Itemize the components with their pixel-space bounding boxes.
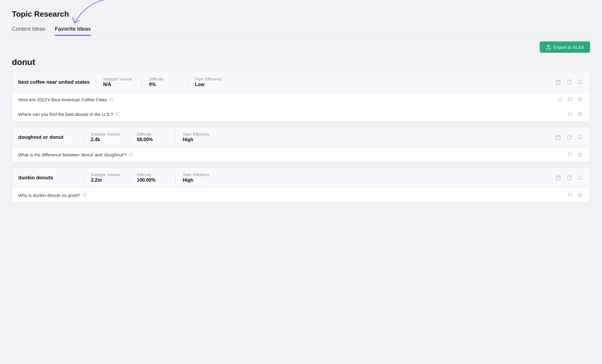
document-icon-3[interactable]	[566, 175, 573, 181]
card-2-row-1-label: What is the difference between 'donut' a…	[18, 152, 126, 157]
document-icon-2[interactable]	[566, 134, 573, 140]
card-2-header: doughnut or donut Subtopic Volume 2.4k D…	[12, 127, 590, 147]
card-1-row-1-text: Here Are 2022's Best American Coffee Cit…	[18, 97, 556, 102]
card-3-row-1-text: Why is dunkin donuts so good?	[18, 193, 567, 198]
delete-icon-3-1[interactable]	[577, 192, 584, 198]
difficulty-value-1: 0%	[149, 82, 181, 87]
card-2-header-icons	[554, 134, 584, 141]
efficiency-value-2: High	[183, 137, 215, 142]
difficulty-label-2: Difficulty	[137, 132, 169, 136]
edit-icon-3-1[interactable]	[83, 193, 87, 198]
svg-rect-1	[556, 80, 560, 85]
efficiency-value-3: High	[183, 178, 215, 183]
edit-icon-1-1[interactable]	[109, 97, 114, 102]
subtopic-volume-value-2: 2.4k	[91, 137, 123, 142]
card-2-row-1-text: What is the difference between 'donut' a…	[18, 152, 567, 157]
card-3-keyword: dunkin donuts	[18, 175, 84, 181]
flag-icon-1-2[interactable]	[567, 111, 574, 117]
delete-icon-1-2[interactable]	[577, 111, 584, 117]
card-3: dunkin donuts Subtopic Volume 2.2m Diffi…	[12, 167, 590, 203]
edit-icon-1-2[interactable]	[116, 112, 120, 117]
card-2-keyword: doughnut or donut	[18, 134, 84, 140]
subtopic-volume-value-1: N/A	[103, 82, 136, 87]
card-3-row-1: Why is dunkin donuts so good?	[12, 188, 590, 202]
svg-rect-13	[556, 176, 560, 180]
delete-icon-2-1[interactable]	[577, 152, 584, 158]
delete-icon-1-1[interactable]	[577, 97, 584, 102]
flag-icon-1-1[interactable]	[567, 97, 574, 102]
difficulty-value-2: 58.00%	[137, 137, 169, 142]
section-keyword: donut	[12, 57, 590, 67]
toolbar: Export to XLSX	[12, 41, 590, 53]
arrow-annotation	[69, 0, 116, 29]
tabs-area: Content Ideas Favorite Ideas	[12, 26, 590, 35]
export-button[interactable]: Export to XLSX	[540, 41, 590, 53]
efficiency-label-3: Topic Efficiency	[183, 172, 215, 177]
edit-icon-2-1[interactable]	[129, 152, 133, 157]
flag-icon-2-1[interactable]	[567, 152, 574, 158]
card-3-row-1-label: Why is dunkin donuts so good?	[18, 193, 80, 198]
card-1-row-1-icons	[556, 97, 584, 102]
card-2-row-1-icons	[567, 152, 584, 158]
subtopic-volume-label-3: Subtopic Volume	[91, 172, 123, 177]
calendar-icon-1[interactable]	[554, 79, 562, 85]
external-link-icon-1-1[interactable]	[556, 97, 564, 102]
document-icon-1[interactable]	[566, 79, 573, 85]
tab-content-ideas[interactable]: Content Ideas	[12, 26, 45, 35]
subtopic-volume-label-2: Subtopic Volume	[91, 132, 123, 136]
bookmark-icon-1[interactable]	[577, 79, 584, 85]
card-1-row-1-label: Here Are 2022's Best American Coffee Cit…	[18, 97, 107, 102]
subtopic-volume-label-1: Subtopic Volume	[103, 77, 136, 81]
cards-container: best coffee near united states Subtopic …	[12, 72, 590, 203]
card-2: doughnut or donut Subtopic Volume 2.4k D…	[12, 127, 590, 162]
card-1-row-1: Here Are 2022's Best American Coffee Cit…	[12, 92, 590, 107]
card-1-row-2: Where can you find the best donuts in th…	[12, 107, 590, 121]
difficulty-label-1: Difficulty	[149, 77, 181, 81]
calendar-icon-3[interactable]	[554, 175, 562, 181]
card-1-row-2-icons	[567, 111, 584, 117]
efficiency-value-1: Low	[195, 82, 228, 87]
flag-icon-3-1[interactable]	[567, 192, 574, 198]
card-3-header: dunkin donuts Subtopic Volume 2.2m Diffi…	[12, 168, 590, 188]
calendar-icon-2[interactable]	[554, 134, 562, 141]
svg-rect-8	[556, 136, 560, 140]
card-3-row-1-icons	[567, 192, 584, 198]
card-1-header-icons	[554, 79, 584, 85]
efficiency-label-2: Topic Efficiency	[183, 132, 215, 136]
bookmark-icon-2[interactable]	[577, 134, 584, 140]
card-3-header-icons	[554, 175, 584, 181]
efficiency-label-1: Topic Efficiency	[195, 77, 228, 81]
card-1-row-2-text: Where can you find the best donuts in th…	[18, 112, 567, 117]
card-1-row-2-label: Where can you find the best donuts in th…	[18, 112, 113, 117]
bookmark-icon-3[interactable]	[577, 175, 584, 181]
card-1-header: best coffee near united states Subtopic …	[12, 72, 590, 92]
difficulty-label-3: Difficulty	[137, 172, 169, 177]
card-2-row-1: What is the difference between 'donut' a…	[12, 147, 590, 162]
tab-favorite-ideas[interactable]: Favorite Ideas	[55, 26, 91, 35]
card-1-keyword: best coffee near united states	[18, 79, 96, 85]
upload-icon	[546, 44, 551, 50]
card-1: best coffee near united states Subtopic …	[12, 72, 590, 122]
difficulty-value-3: 100.00%	[137, 178, 169, 183]
svg-line-5	[560, 98, 562, 100]
subtopic-volume-value-3: 2.2m	[91, 178, 123, 183]
tabs-container: Content Ideas Favorite Ideas	[12, 26, 590, 35]
